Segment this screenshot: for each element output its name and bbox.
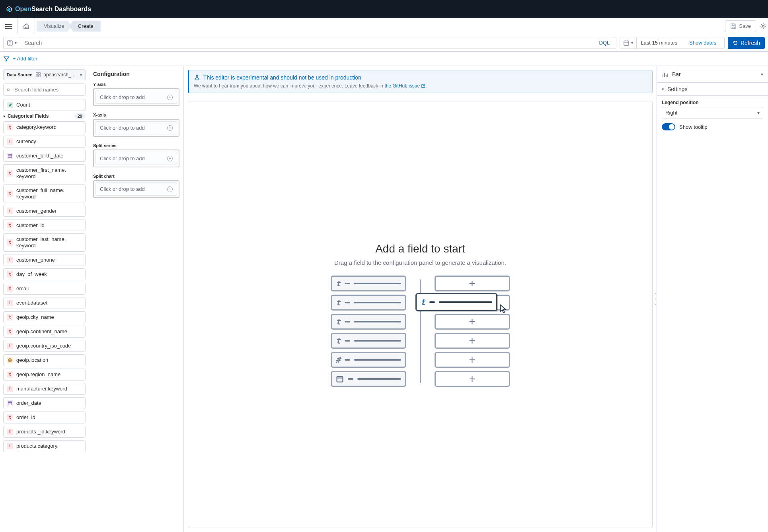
show-tooltip-toggle[interactable] [662, 123, 675, 130]
add-icon: + [167, 95, 173, 100]
xaxis-dropzone[interactable]: Click or drop to add+ [93, 119, 179, 137]
query-input[interactable] [23, 39, 596, 47]
svg-rect-10 [8, 402, 12, 405]
panel-resize-handle[interactable] [655, 293, 657, 305]
breadcrumb: Visualize Create [35, 18, 101, 34]
field-item[interactable]: tmanufacturer.keyword [3, 383, 86, 395]
field-item[interactable]: tcurrency [3, 136, 86, 148]
svg-rect-2 [624, 41, 629, 45]
page-settings-button[interactable] [759, 23, 767, 29]
legend-position-label: Legend position [662, 100, 763, 105]
nav-toggle-button[interactable] [0, 18, 18, 34]
field-search[interactable] [3, 83, 86, 96]
field-type-t-icon: t [7, 257, 13, 263]
breadcrumb-current: Create [69, 21, 101, 32]
callout-github-link[interactable]: the GitHub issue [384, 83, 425, 89]
field-item[interactable]: tgeoip.continent_name [3, 326, 86, 338]
field-label: category.keyword [16, 124, 57, 130]
field-item[interactable]: geoip.location [3, 354, 86, 366]
split-chart-label: Split chart [93, 174, 179, 179]
time-range-label[interactable]: Last 15 minutes [637, 40, 681, 46]
field-label: products.category. [16, 443, 58, 449]
gear-icon [760, 23, 766, 29]
field-item[interactable]: tgeoip.city_name [3, 311, 86, 323]
field-label: email [16, 285, 29, 292]
calendar-button[interactable]: ▾ [620, 37, 637, 49]
field-item[interactable]: tproducts._id.keyword [3, 426, 86, 438]
field-label: geoip.city_name [16, 314, 54, 320]
field-type-t-icon: t [7, 371, 13, 378]
field-item[interactable]: order_date [3, 397, 86, 409]
field-label: manufacturer.keyword [16, 386, 67, 392]
query-input-wrap[interactable]: DQL [20, 37, 616, 49]
field-item[interactable]: tcustomer_phone [3, 254, 86, 266]
refresh-button[interactable]: Refresh [728, 37, 765, 49]
field-type-t-icon: t [7, 414, 13, 421]
field-label: event.dataset [16, 300, 47, 306]
field-item[interactable]: tcategory.keyword [3, 121, 86, 133]
field-item[interactable]: tcustomer_last_name.keyword [3, 233, 86, 251]
field-item[interactable]: tevent.dataset [3, 297, 86, 309]
field-type-t-icon: t [7, 190, 13, 197]
field-label: customer_first_name.keyword [16, 167, 82, 179]
field-type-t-icon: t [7, 138, 13, 145]
show-tooltip-label: Show tooltip [679, 124, 708, 130]
field-item[interactable]: tday_of_week [3, 268, 86, 280]
split-chart-dropzone[interactable]: Click or drop to add+ [93, 180, 179, 198]
field-type-t-icon: t [7, 222, 13, 228]
fields-sidebar: Data Source opensearch_dashboards_sample… [0, 66, 89, 532]
field-item[interactable]: torder_id [3, 412, 86, 423]
settings-section-header[interactable]: ▾ Settings [657, 83, 768, 96]
section-count-badge: 29 [74, 113, 86, 119]
time-picker[interactable]: ▾ Last 15 minutes Show dates [620, 37, 725, 49]
field-item[interactable]: temail [3, 283, 86, 295]
configuration-heading: Configuration [93, 71, 179, 77]
field-type-t-icon: t [7, 328, 13, 335]
field-item[interactable]: tgeoip.region_name [3, 369, 86, 381]
empty-canvas: Add a field to start Drag a field to the… [188, 101, 653, 528]
svg-rect-6 [39, 75, 40, 77]
query-language-label[interactable]: DQL [596, 40, 613, 46]
field-search-input[interactable] [14, 86, 82, 93]
save-button[interactable]: Save [725, 20, 756, 32]
save-icon [730, 23, 737, 29]
field-item[interactable]: tcustomer_id [3, 219, 86, 231]
field-item[interactable]: tgeoip.country_iso_code [3, 340, 86, 352]
field-item[interactable]: tproducts.category. [3, 440, 86, 452]
show-dates-link[interactable]: Show dates [685, 40, 720, 46]
split-series-dropzone[interactable]: Click or drop to add+ [93, 150, 179, 167]
field-label: products._id.keyword [16, 429, 65, 435]
query-language-button[interactable]: ▾ [3, 37, 20, 49]
svg-rect-8 [8, 154, 12, 157]
add-filter-link[interactable]: + Add filter [13, 56, 37, 62]
settings-panel: Bar ▾ ▾ Settings Legend position Right ▾… [657, 66, 768, 532]
field-type-t-icon: t [7, 170, 13, 177]
datasource-selector[interactable]: Data Source opensearch_dashboards_sample… [3, 69, 86, 80]
bar-chart-icon [662, 71, 668, 78]
datasource-label: Data Source [7, 72, 32, 77]
field-type-t-icon: t [7, 343, 13, 349]
svg-rect-3 [36, 73, 38, 74]
vis-type-selector[interactable]: Bar ▾ [657, 66, 768, 83]
experimental-callout: This editor is experimental and should n… [188, 70, 653, 93]
chevron-down-icon: ▾ [15, 41, 17, 45]
empty-illustration: t t t t # + + t + + + [331, 276, 510, 387]
field-label: geoip.continent_name [16, 328, 67, 335]
field-item[interactable]: customer_birth_date [3, 150, 86, 162]
field-item[interactable]: tcustomer_gender [3, 205, 86, 217]
field-item[interactable]: tcustomer_first_name.keyword [3, 164, 86, 182]
legend-position-value: Right [665, 110, 677, 116]
yaxis-dropzone[interactable]: Click or drop to add+ [93, 88, 179, 106]
field-count[interactable]: # Count [3, 99, 86, 111]
categorical-section-header[interactable]: ▾ Categorical Fields 29 [3, 113, 86, 119]
field-type-t-icon: t [7, 386, 13, 392]
legend-position-select[interactable]: Right ▾ [662, 107, 763, 118]
field-label: Count [16, 102, 30, 108]
vis-type-label: Bar [672, 71, 681, 78]
breadcrumb-previous[interactable]: Visualize [37, 21, 72, 32]
field-label: geoip.region_name [16, 371, 60, 378]
field-type-t-icon: t [7, 314, 13, 320]
field-item[interactable]: tcustomer_full_name.keyword [3, 184, 86, 202]
filter-menu-button[interactable] [3, 56, 10, 62]
home-button[interactable] [18, 18, 35, 34]
